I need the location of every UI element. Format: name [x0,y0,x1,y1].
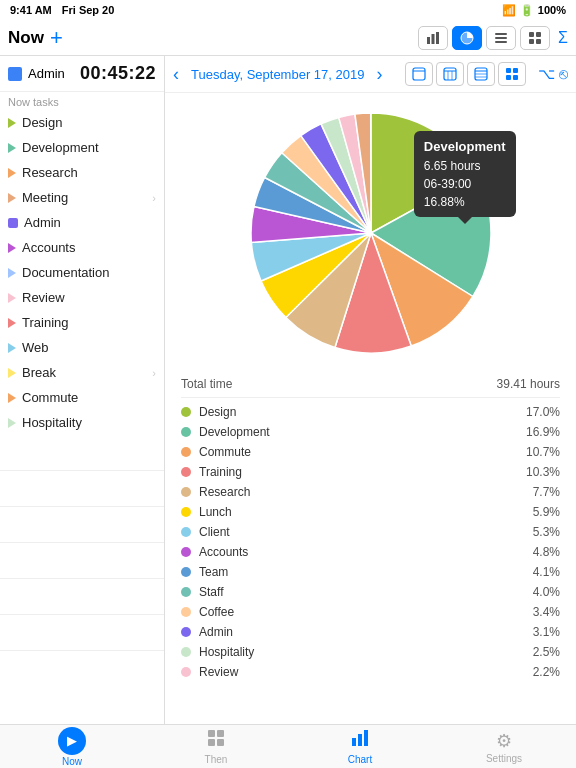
settings-icon: ⚙ [496,730,512,752]
sidebar-divider [0,507,164,543]
tooltip-hours: 6.65 hours [424,157,506,175]
pie-chart: Development 6.65 hours 06-39:00 16.88% [241,103,501,363]
legend-name: Hospitality [199,645,533,659]
bar-chart-icon[interactable] [418,26,448,50]
play-icon [8,193,16,203]
sidebar-item-development[interactable]: Development [0,135,164,160]
legend-name: Research [199,485,533,499]
legend-dot [181,587,191,597]
sidebar-item-label: Training [22,315,156,330]
filter-icon[interactable]: ⌥ [538,65,555,83]
battery-pct: 100% [538,4,566,16]
now-play-button[interactable]: ▶ [58,727,86,755]
legend-dot [181,667,191,677]
chart-type-icons [418,26,550,50]
add-button[interactable]: + [50,25,63,51]
sidebar-item-accounts[interactable]: Accounts [0,235,164,260]
sidebar-item-web[interactable]: Web [0,335,164,360]
tab-then-label: Then [205,754,228,765]
svg-rect-21 [506,68,511,73]
legend-pct: 5.3% [533,525,560,539]
sidebar-item-admin[interactable]: Admin [0,210,164,235]
legend-dot [181,407,191,417]
sidebar-item-training[interactable]: Training [0,310,164,335]
legend-dot [181,447,191,457]
main-layout: Admin 00:45:22 Now tasks DesignDevelopme… [0,56,576,724]
total-label: Total time [181,377,232,391]
sidebar-item-review[interactable]: Review [0,285,164,310]
play-icon [8,318,16,328]
sidebar-item-hospitality[interactable]: Hospitality [0,410,164,435]
legend-pct: 2.2% [533,665,560,679]
sidebar: Admin 00:45:22 Now tasks DesignDevelopme… [0,56,165,724]
day-view-icon[interactable] [405,62,433,86]
svg-rect-26 [208,730,215,737]
tab-chart[interactable]: Chart [288,724,432,768]
svg-rect-24 [513,75,518,80]
sidebar-item-design[interactable]: Design [0,110,164,135]
legend-pct: 7.7% [533,485,560,499]
tab-bar: ▶ Now Then Chart ⚙ Settings [0,724,576,768]
play-icon [8,418,16,428]
wifi-icon: 📶 [502,4,516,17]
svg-rect-29 [217,739,224,746]
grid-view-icon[interactable] [498,62,526,86]
list-view-icon[interactable] [467,62,495,86]
chart-icon [350,728,370,753]
tooltip-time: 06-39:00 [424,175,506,193]
sidebar-item-break[interactable]: Break› [0,360,164,385]
sidebar-divider [0,471,164,507]
sidebar-item-label: Break [22,365,152,380]
next-arrow[interactable]: › [376,64,382,85]
sidebar-item-label: Commute [22,390,156,405]
legend-pct: 4.0% [533,585,560,599]
list-chart-icon[interactable] [486,26,516,50]
svg-rect-5 [495,37,507,39]
sidebar-item-label: Accounts [22,240,156,255]
svg-rect-27 [217,730,224,737]
pie-chart-icon[interactable] [452,26,482,50]
sidebar-item-label: Documentation [22,265,156,280]
sidebar-divider [0,615,164,651]
sidebar-admin-header: Admin 00:45:22 [0,56,164,92]
legend-name: Training [199,465,526,479]
status-day: Fri Sep 20 [62,4,115,16]
svg-rect-8 [536,32,541,37]
sidebar-item-label: Admin [24,215,156,230]
sidebar-divider [0,579,164,615]
tab-then[interactable]: Then [144,724,288,768]
legend-dot [181,627,191,637]
legend-name: Lunch [199,505,533,519]
filter-share-icons: ⌥ ⎋ [538,65,568,83]
svg-rect-11 [413,68,425,80]
svg-rect-30 [352,738,356,746]
week-view-icon[interactable] [436,62,464,86]
play-icon [8,168,16,178]
legend-item: Review2.2% [181,662,560,682]
legend-name: Coffee [199,605,533,619]
svg-rect-28 [208,739,215,746]
sidebar-item-label: Development [22,140,156,155]
play-icon [8,368,16,378]
grid-chart-icon[interactable] [520,26,550,50]
tab-settings[interactable]: ⚙ Settings [432,726,576,768]
share-icon[interactable]: ⎋ [559,65,568,83]
sigma-button[interactable]: Σ [558,29,568,47]
sidebar-item-research[interactable]: Research [0,160,164,185]
admin-color-box [8,67,22,81]
svg-rect-13 [444,68,456,80]
legend-name: Development [199,425,526,439]
play-icon [8,343,16,353]
prev-arrow[interactable]: ‹ [173,64,179,85]
sidebar-item-meeting[interactable]: Meeting› [0,185,164,210]
sidebar-item-label: Hospitality [22,415,156,430]
play-icon [8,393,16,403]
legend-item: Client5.3% [181,522,560,542]
svg-rect-4 [495,33,507,35]
legend-pct: 4.1% [533,565,560,579]
play-icon [8,143,16,153]
sidebar-item-commute[interactable]: Commute [0,385,164,410]
tab-now[interactable]: ▶ Now [0,723,144,769]
chart-tooltip: Development 6.65 hours 06-39:00 16.88% [414,131,516,217]
sidebar-item-documentation[interactable]: Documentation [0,260,164,285]
